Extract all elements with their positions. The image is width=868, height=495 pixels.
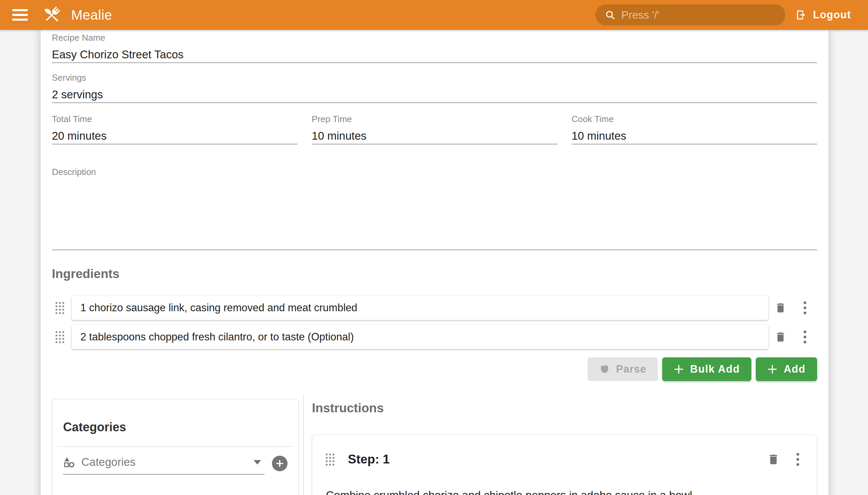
parse-button[interactable]: Parse <box>588 357 658 381</box>
description-label: Description <box>52 166 817 178</box>
total-time-input[interactable]: 20 minutes <box>52 128 297 144</box>
logout-button[interactable]: Logout <box>796 9 851 21</box>
servings-input[interactable]: 2 servings <box>52 87 817 102</box>
prep-time-input[interactable]: 10 minutes <box>311 128 557 144</box>
ingredient-list: 1 chorizo sausage link, casing removed a… <box>52 296 817 349</box>
ingredient-input[interactable]: 1 chorizo sausage link, casing removed a… <box>71 296 768 320</box>
total-time-label: Total Time <box>52 113 297 125</box>
ingredient-input[interactable]: 2 tablespoons chopped fresh cilantro, or… <box>71 325 768 349</box>
parse-label: Parse <box>616 363 646 375</box>
drag-handle-icon[interactable] <box>56 331 65 343</box>
recipe-editor-card: Recipe Name Easy Chorizo Street Tacos Se… <box>41 30 828 495</box>
step-title: Step: 1 <box>348 452 390 466</box>
prep-time-label: Prep Time <box>311 113 557 125</box>
plus-icon <box>767 364 778 374</box>
plus-icon <box>275 459 284 468</box>
logout-icon <box>796 9 807 21</box>
recipe-name-label: Recipe Name <box>52 32 817 44</box>
total-time-field[interactable]: Total Time 20 minutes <box>52 113 297 144</box>
instructions-column: Instructions Step: 1 <box>309 395 817 495</box>
ingredient-text: 2 tablespoons chopped fresh cilantro, or… <box>80 331 354 343</box>
app-title: Mealie <box>71 7 112 23</box>
time-fields-row: Total Time 20 minutes Prep Time 10 minut… <box>52 113 817 144</box>
instruction-step-card: Step: 1 Combine crumbled chorizo and chi… <box>312 434 817 495</box>
menu-icon[interactable] <box>12 9 28 21</box>
categories-column: Categories Categories <box>52 395 299 495</box>
trash-icon <box>767 453 780 466</box>
bulk-add-button[interactable]: Bulk Add <box>662 357 751 381</box>
add-button[interactable]: Add <box>756 357 817 381</box>
step-delete-button[interactable] <box>761 447 786 472</box>
description-input[interactable] <box>52 178 817 250</box>
cook-time-input[interactable]: 10 minutes <box>572 128 817 144</box>
ingredient-actions: Parse Bulk Add Add <box>52 357 817 381</box>
trash-icon <box>775 331 787 343</box>
trash-icon <box>775 302 787 314</box>
step-text-input[interactable]: Combine crumbled chorizo and chipotle pe… <box>326 487 810 495</box>
categories-card-title: Categories <box>52 399 299 436</box>
categories-select[interactable]: Categories <box>63 456 265 475</box>
cook-time-label: Cook Time <box>572 113 817 125</box>
search-bar[interactable] <box>595 4 785 25</box>
ingredient-row: 1 chorizo sausage link, casing removed a… <box>52 296 817 320</box>
search-icon <box>605 9 615 21</box>
search-input[interactable] <box>622 9 777 21</box>
logout-label: Logout <box>813 9 851 21</box>
recipe-name-input[interactable]: Easy Chorizo Street Tacos <box>52 47 817 62</box>
recipe-name-field[interactable]: Recipe Name Easy Chorizo Street Tacos <box>52 32 817 63</box>
ingredients-heading: Ingredients <box>52 265 817 283</box>
bottom-section: Categories Categories <box>52 395 817 495</box>
ingredient-delete-button[interactable] <box>768 325 793 349</box>
kebab-icon <box>804 330 806 343</box>
add-label: Add <box>784 363 806 375</box>
prep-time-field[interactable]: Prep Time 10 minutes <box>311 113 557 144</box>
add-category-button[interactable] <box>272 456 288 471</box>
chevron-down-icon <box>254 460 261 464</box>
bulk-add-label: Bulk Add <box>690 363 740 375</box>
plus-icon <box>674 364 684 374</box>
categories-select-label: Categories <box>81 456 136 468</box>
servings-label: Servings <box>52 72 817 83</box>
kebab-icon <box>797 453 799 466</box>
ingredient-menu-button[interactable] <box>793 296 817 320</box>
divider <box>58 446 293 447</box>
apple-icon <box>599 364 610 375</box>
ingredient-row: 2 tablespoons chopped fresh cilantro, or… <box>52 325 817 349</box>
ingredient-text: 1 chorizo sausage link, casing removed a… <box>80 302 357 314</box>
servings-field[interactable]: Servings 2 servings <box>52 72 817 103</box>
step-menu-button[interactable] <box>786 447 810 472</box>
description-field[interactable]: Description <box>52 166 817 250</box>
shapes-icon <box>63 456 75 468</box>
app-logo-icon <box>41 4 62 25</box>
vertical-divider <box>303 395 304 495</box>
ingredient-menu-button[interactable] <box>793 325 817 349</box>
app-bar: Mealie Logout <box>0 0 868 30</box>
kebab-icon <box>804 302 806 314</box>
instructions-heading: Instructions <box>312 399 817 417</box>
ingredient-delete-button[interactable] <box>768 296 793 320</box>
categories-card: Categories Categories <box>52 399 299 495</box>
drag-handle-icon[interactable] <box>56 302 65 314</box>
drag-handle-icon[interactable] <box>326 454 335 465</box>
cook-time-field[interactable]: Cook Time 10 minutes <box>572 113 817 144</box>
